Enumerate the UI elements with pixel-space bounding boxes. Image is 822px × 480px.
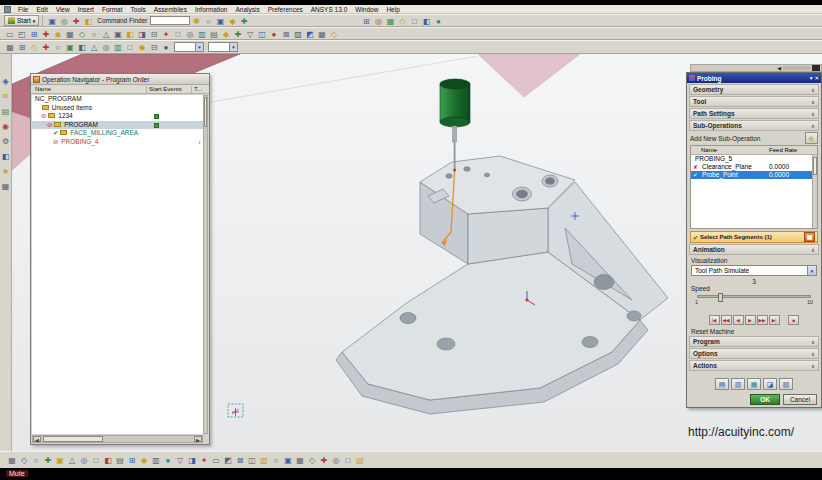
menu-file[interactable]: File bbox=[14, 5, 32, 14]
toolbar-icon[interactable]: ● bbox=[163, 455, 174, 466]
tree-row-unused-items[interactable]: Unused Items bbox=[32, 104, 203, 113]
toolbar-icon[interactable]: ▽ bbox=[175, 455, 186, 466]
list-scrollbar[interactable] bbox=[812, 155, 817, 228]
toolbar-icon[interactable]: ⊠ bbox=[235, 455, 246, 466]
toolbar-icon[interactable]: ◧ bbox=[421, 16, 432, 27]
reset-machine-button[interactable]: Reset Machine bbox=[691, 328, 817, 335]
toolbar-icon[interactable]: ▦ bbox=[7, 455, 18, 466]
toolbar-icon[interactable]: ◇ bbox=[19, 455, 30, 466]
scrollbar-thumb[interactable] bbox=[204, 97, 207, 127]
close-icon[interactable]: ✕ bbox=[814, 75, 819, 81]
toolbar-icon[interactable]: ⊞ bbox=[361, 16, 372, 27]
cancel-button[interactable]: Cancel bbox=[783, 394, 817, 405]
playback-button[interactable]: |◀ bbox=[709, 315, 720, 325]
toolbar-icon[interactable]: ▦ bbox=[317, 29, 328, 40]
layer-select[interactable]: ▾ bbox=[208, 42, 238, 52]
toolbar-icon[interactable]: ▦ bbox=[5, 42, 16, 53]
toolbar-icon[interactable]: ○ bbox=[271, 455, 282, 466]
action-button[interactable]: ▥ bbox=[731, 378, 745, 390]
tree-row-program[interactable]: ⊘ PROGRAM bbox=[32, 121, 203, 130]
playback-button[interactable]: ◀◀ bbox=[721, 315, 732, 325]
toolbar-icon[interactable]: ○ bbox=[31, 455, 42, 466]
toolbar-icon[interactable]: ◆ bbox=[221, 29, 232, 40]
toolbar-icon[interactable]: ◇ bbox=[307, 455, 318, 466]
section-actions[interactable]: Actions ∨ bbox=[689, 360, 819, 371]
playback-button[interactable]: ▶| bbox=[769, 315, 780, 325]
probe-tool[interactable] bbox=[440, 79, 470, 172]
toolbar-icon[interactable]: ▧ bbox=[259, 455, 270, 466]
toolbar-icon[interactable]: ◎ bbox=[373, 16, 384, 27]
navigator-vertical-scrollbar[interactable] bbox=[203, 95, 208, 434]
toolbar-icon[interactable]: ⚙ bbox=[0, 136, 11, 147]
toolbar-icon[interactable]: ○ bbox=[53, 42, 64, 53]
toolbar-icon[interactable]: ✚ bbox=[41, 42, 52, 53]
action-button[interactable]: ▦ bbox=[747, 378, 761, 390]
toolbar-icon[interactable]: ⊟ bbox=[149, 42, 160, 53]
toolbar-icon[interactable]: ◎ bbox=[185, 29, 196, 40]
toolbar-icon[interactable]: ◈ bbox=[0, 76, 11, 87]
toolbar-icon[interactable]: ◆ bbox=[137, 42, 148, 53]
toolbar-icon[interactable]: ▣ bbox=[65, 42, 76, 53]
toolbar-icon[interactable]: ✚ bbox=[43, 455, 54, 466]
ok-button[interactable]: OK bbox=[750, 394, 780, 405]
toolbar-icon[interactable]: ◆ bbox=[139, 455, 150, 466]
toolbar-icon[interactable]: ✦ bbox=[199, 455, 210, 466]
toolbar-icon[interactable]: ◧ bbox=[0, 151, 11, 162]
toolbar-icon[interactable]: ⊞ bbox=[17, 42, 28, 53]
playback-button[interactable]: ▶▶ bbox=[757, 315, 768, 325]
toolbar-icon[interactable]: ✚ bbox=[319, 455, 330, 466]
navigator-column-headers[interactable]: Name Start Events T... bbox=[31, 85, 209, 94]
toolbar-icon[interactable]: ◫ bbox=[257, 29, 268, 40]
toolbar-icon[interactable]: ◨ bbox=[187, 455, 198, 466]
toolbar-icon[interactable]: ◇ bbox=[329, 29, 340, 40]
toolbar-icon[interactable]: ◉ bbox=[0, 121, 11, 132]
toolbar-icon[interactable]: □ bbox=[409, 16, 420, 27]
toolbar-icon[interactable]: ▽ bbox=[245, 29, 256, 40]
speed-slider[interactable] bbox=[697, 295, 811, 298]
probing-title-bar[interactable]: Probing ▾ ✕ bbox=[687, 73, 821, 83]
toolbar-icon[interactable]: ▤ bbox=[115, 455, 126, 466]
toolbar-icon[interactable]: ◇ bbox=[397, 16, 408, 27]
toolbar-icon[interactable]: ▥ bbox=[197, 29, 208, 40]
playback-button[interactable]: ▶ bbox=[745, 315, 756, 325]
view-select[interactable]: ▾ bbox=[174, 42, 204, 52]
scroll-left-button[interactable]: ◀ bbox=[33, 436, 41, 442]
toolbar-icon[interactable]: ▣ bbox=[283, 455, 294, 466]
menu-assemblies[interactable]: Assemblies bbox=[150, 5, 191, 14]
action-button[interactable]: ◪ bbox=[763, 378, 777, 390]
stop-button[interactable]: ■ bbox=[788, 315, 799, 325]
toolbar-icon[interactable]: ▨ bbox=[293, 29, 304, 40]
action-button[interactable]: ▧ bbox=[779, 378, 793, 390]
column-start-events[interactable]: Start Events bbox=[149, 86, 182, 92]
section-sub-operations[interactable]: Sub-Operations ∧ bbox=[689, 120, 819, 131]
toolbar-icon[interactable]: ◧ bbox=[77, 42, 88, 53]
section-tool[interactable]: Tool ∨ bbox=[689, 96, 819, 107]
toolbar-icon[interactable]: ◎ bbox=[331, 455, 342, 466]
menu-tools[interactable]: Tools bbox=[127, 5, 150, 14]
toolbar-icon[interactable]: ▦ bbox=[385, 16, 396, 27]
section-animation[interactable]: Animation ∧ bbox=[689, 244, 819, 255]
scroll-left-icon[interactable]: ◀ bbox=[777, 65, 781, 71]
toolbar-icon[interactable]: ◫ bbox=[247, 455, 258, 466]
toolbar-icon[interactable]: ◎ bbox=[101, 42, 112, 53]
toolbar-icon[interactable]: ◩ bbox=[305, 29, 316, 40]
toolbar-icon[interactable]: ◇ bbox=[29, 42, 40, 53]
tree-row-face-milling-area[interactable]: ✔ FACE_MILLING_AREA bbox=[32, 129, 203, 138]
mute-button[interactable]: Mute bbox=[6, 470, 28, 477]
section-program[interactable]: Program ∨ bbox=[689, 336, 819, 347]
toolbar-icon[interactable]: □ bbox=[343, 455, 354, 466]
toolbar-icon[interactable]: ▤ bbox=[355, 455, 366, 466]
toolbar-icon[interactable]: ▦ bbox=[295, 455, 306, 466]
tree-row-nc-program[interactable]: NC_PROGRAM bbox=[32, 95, 203, 104]
toolbar-icon[interactable]: ● bbox=[161, 42, 172, 53]
toolbar-icon[interactable]: ▦ bbox=[0, 181, 11, 192]
toolbar-icon[interactable]: △ bbox=[67, 455, 78, 466]
visualization-dropdown[interactable]: Tool Path Simulate ▾ bbox=[691, 265, 817, 276]
toolbar-icon[interactable]: □ bbox=[91, 455, 102, 466]
toolbar-icon[interactable]: ● bbox=[433, 16, 444, 27]
menu-preferences[interactable]: Preferences bbox=[264, 5, 307, 14]
toolbar-icon[interactable]: ● bbox=[269, 29, 280, 40]
playback-button[interactable]: ◀ bbox=[733, 315, 744, 325]
column-t[interactable]: T... bbox=[194, 86, 202, 92]
section-geometry[interactable]: Geometry ∨ bbox=[689, 84, 819, 95]
